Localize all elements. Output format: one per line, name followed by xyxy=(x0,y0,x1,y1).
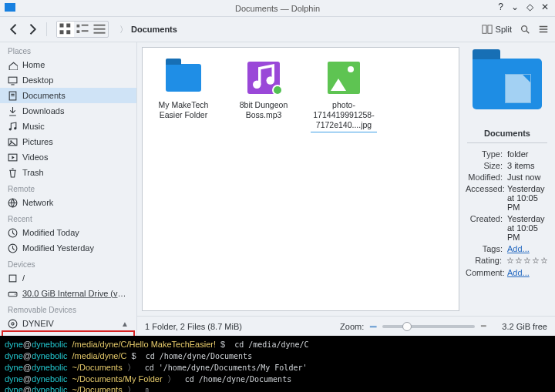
svg-point-26 xyxy=(15,293,16,295)
zoom-label: Zoom: xyxy=(340,322,364,331)
info-value: folder xyxy=(507,149,549,159)
info-key: Accessed: xyxy=(466,184,503,212)
places-item-videos[interactable]: Videos xyxy=(0,149,136,165)
places-item-label: Pictures xyxy=(22,137,129,146)
places-item-trash[interactable]: Trash xyxy=(0,165,136,180)
places-item-network[interactable]: Network xyxy=(0,195,136,210)
close-button[interactable]: ✕ xyxy=(541,2,549,12)
breadcrumb[interactable]: 〉 Documents xyxy=(116,21,474,38)
places-item-c[interactable]: C▲ xyxy=(2,330,135,336)
info-row: Tags:Add... xyxy=(466,243,549,254)
info-value: ☆☆☆☆☆ xyxy=(506,256,549,266)
svg-rect-9 xyxy=(94,28,106,30)
search-icon[interactable] xyxy=(520,24,530,35)
zoom-in-icon[interactable]: ━ xyxy=(481,321,486,331)
back-button[interactable] xyxy=(6,22,22,37)
svg-rect-3 xyxy=(66,30,70,34)
places-item-documents[interactable]: Documents xyxy=(0,88,136,103)
file-item[interactable]: My MakeTech Easier Folder xyxy=(150,60,217,120)
places-item-modified-yesterday[interactable]: Modified Yesterday xyxy=(0,240,136,256)
svg-point-16 xyxy=(9,128,12,130)
places-section-header: Remote xyxy=(0,180,136,195)
svg-rect-5 xyxy=(82,25,89,26)
svg-rect-2 xyxy=(60,30,64,34)
svg-point-17 xyxy=(14,127,16,129)
maximize-button[interactable]: ◇ xyxy=(526,2,533,12)
titlebar: Documents — Dolphin ? ⌄ ◇ ✕ xyxy=(0,0,555,17)
icon-view-button[interactable] xyxy=(57,22,74,37)
trash-icon xyxy=(8,168,18,178)
svg-rect-24 xyxy=(9,275,16,282)
info-row: Created:Yesterday at 10:05 PM xyxy=(466,213,549,243)
file-item[interactable]: photo-1714419991258-7172e140....jpg xyxy=(311,60,377,132)
places-item-music[interactable]: Music xyxy=(0,119,136,134)
details-view-button[interactable] xyxy=(91,22,108,37)
separator xyxy=(46,22,47,36)
svg-point-27 xyxy=(8,320,17,328)
info-value: Just now xyxy=(507,173,549,182)
info-value[interactable]: Add... xyxy=(507,244,549,253)
svg-point-31 xyxy=(253,81,261,89)
places-item-label: Music xyxy=(22,122,129,131)
info-row: Type:folder xyxy=(466,148,549,159)
places-item-label: DYNEIV xyxy=(22,319,116,328)
split-label: Split xyxy=(496,25,512,34)
places-item-label: Modified Today xyxy=(22,228,129,237)
root-icon xyxy=(8,273,18,283)
info-key: Created: xyxy=(466,214,503,242)
places-item-pictures[interactable]: Pictures xyxy=(0,134,136,149)
info-table: Type:folderSize:3 itemsModified:Just now… xyxy=(464,148,550,278)
places-section-header: Recent xyxy=(0,210,136,225)
toolbar: 〉 Documents Split xyxy=(0,17,555,42)
svg-rect-0 xyxy=(60,24,64,28)
chevron-right-icon: 〉 xyxy=(119,24,128,35)
compact-view-button[interactable] xyxy=(74,22,91,37)
breadcrumb-current[interactable]: Documents xyxy=(131,25,177,34)
network-icon xyxy=(8,198,18,208)
info-value: Yesterday at 10:05 PM xyxy=(507,184,549,212)
menu-icon[interactable] xyxy=(538,24,549,35)
main-panel: My MakeTech Easier Folder8bit Dungeon Bo… xyxy=(137,42,555,336)
info-heading: Documents xyxy=(467,124,547,143)
places-item-desktop[interactable]: Desktop xyxy=(0,72,136,88)
places-item-label: 30.0 GiB Internal Drive (vda2) xyxy=(22,289,129,298)
home-icon xyxy=(8,60,18,70)
svg-point-13 xyxy=(522,26,527,32)
places-item-downloads[interactable]: Downloads xyxy=(0,103,136,119)
zoom-out-icon[interactable]: ━ xyxy=(370,320,376,333)
info-value[interactable]: Add... xyxy=(507,268,549,277)
forward-button[interactable] xyxy=(25,22,40,37)
info-key: Size: xyxy=(466,161,503,170)
eject-icon[interactable]: ▲ xyxy=(121,320,129,328)
toolbar-right: Split xyxy=(482,24,549,35)
places-item-label: Home xyxy=(22,60,129,69)
image-icon xyxy=(328,62,360,94)
file-item[interactable]: 8bit Dungeon Boss.mp3 xyxy=(230,60,297,120)
places-section-header: Places xyxy=(0,42,136,57)
places-item-home[interactable]: Home xyxy=(0,57,136,72)
places-item-label: Downloads xyxy=(22,106,129,116)
app-icon xyxy=(5,3,15,12)
clock-icon xyxy=(8,228,18,238)
music-icon xyxy=(8,122,18,132)
file-view[interactable]: My MakeTech Easier Folder8bit Dungeon Bo… xyxy=(142,47,459,311)
places-item-dyneiv[interactable]: DYNEIV▲ xyxy=(0,316,136,331)
zoom-slider[interactable] xyxy=(382,325,475,328)
optical-icon xyxy=(8,319,18,329)
places-item--[interactable]: / xyxy=(0,270,136,286)
split-button[interactable]: Split xyxy=(482,24,512,35)
zoom-control: Zoom: ━ ━ xyxy=(340,320,486,333)
places-item-30-0-gib-internal-drive-vda2-[interactable]: 30.0 GiB Internal Drive (vda2) xyxy=(0,286,136,301)
pictures-icon xyxy=(8,137,18,147)
info-row: Comment:Add... xyxy=(466,266,549,278)
places-item-label: Modified Yesterday xyxy=(22,243,129,253)
minimize-button[interactable]: ⌄ xyxy=(511,2,519,12)
status-bar: 1 Folder, 2 Files (8.7 MiB) Zoom: ━ ━ 3.… xyxy=(137,316,555,336)
svg-rect-6 xyxy=(77,30,80,33)
file-name: photo-1714419991258-7172e140....jpg xyxy=(311,100,377,132)
places-item-modified-today[interactable]: Modified Today xyxy=(0,225,136,240)
svg-rect-11 xyxy=(482,25,486,34)
help-button[interactable]: ? xyxy=(498,2,503,12)
svg-rect-12 xyxy=(487,25,491,34)
terminal-panel[interactable]: dyne@dynebolic /media/dyne/C/Hello MakeT… xyxy=(0,336,555,392)
